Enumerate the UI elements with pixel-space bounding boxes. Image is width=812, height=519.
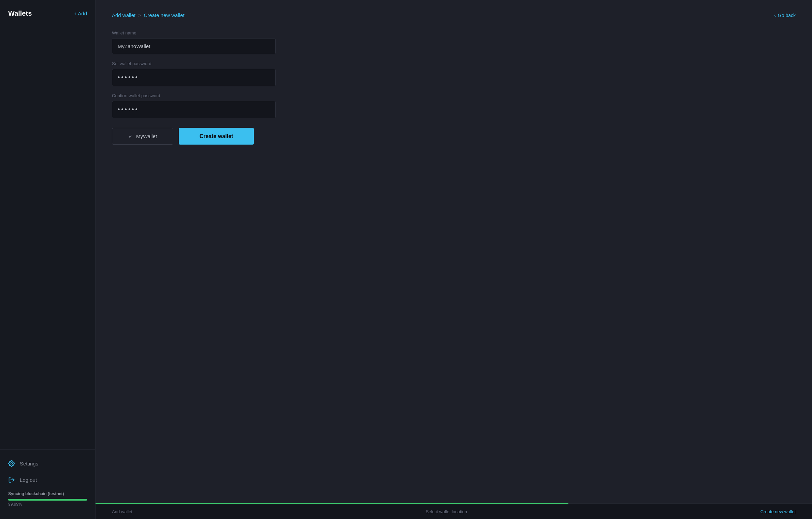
sync-progress-fill bbox=[8, 499, 87, 501]
go-back-button[interactable]: ‹ Go back bbox=[774, 13, 796, 18]
breadcrumb-current: Create new wallet bbox=[144, 12, 184, 18]
settings-label: Settings bbox=[20, 461, 38, 466]
create-wallet-button[interactable]: Create wallet bbox=[179, 128, 254, 145]
breadcrumb-left: Add wallet > Create new wallet bbox=[112, 12, 185, 18]
checkmark-icon: ✓ bbox=[128, 133, 133, 139]
stepper-step-3: Create new wallet bbox=[760, 509, 796, 514]
stepper-step-2: Select wallet location bbox=[426, 509, 467, 514]
mywallet-button[interactable]: ✓ MyWallet bbox=[112, 128, 173, 145]
sync-text: Syncing blockchain (testnet) bbox=[8, 491, 87, 496]
sidebar-body bbox=[0, 26, 95, 449]
wallet-name-input[interactable] bbox=[112, 38, 276, 54]
logout-icon bbox=[8, 476, 15, 483]
mywallet-label: MyWallet bbox=[136, 133, 157, 139]
sync-percent: 99.99% bbox=[8, 502, 87, 507]
breadcrumb: Add wallet > Create new wallet ‹ Go back bbox=[112, 12, 796, 18]
sync-progress-bar bbox=[8, 499, 87, 501]
gear-icon bbox=[8, 460, 15, 467]
create-wallet-form: Wallet name Set wallet password Confirm … bbox=[112, 30, 276, 145]
content-area: Add wallet > Create new wallet ‹ Go back… bbox=[96, 0, 812, 503]
stepper-steps: Add wallet Select wallet location Create… bbox=[96, 504, 812, 519]
svg-point-0 bbox=[11, 463, 13, 464]
stepper-progress-fill bbox=[96, 503, 568, 504]
breadcrumb-separator: > bbox=[138, 13, 141, 18]
sidebar-header: Wallets + Add bbox=[0, 0, 95, 26]
password-input[interactable] bbox=[112, 69, 276, 86]
sidebar-title: Wallets bbox=[8, 10, 32, 17]
add-wallet-button[interactable]: + Add bbox=[74, 11, 87, 16]
sidebar-footer: Settings Log out Syncing blockchain (tes… bbox=[0, 449, 95, 519]
go-back-label: Go back bbox=[778, 13, 796, 18]
stepper-bar: Add wallet Select wallet location Create… bbox=[96, 503, 812, 519]
stepper-step-1: Add wallet bbox=[112, 509, 132, 514]
confirm-password-input[interactable] bbox=[112, 101, 276, 118]
settings-item[interactable]: Settings bbox=[0, 455, 95, 472]
sync-network: (testnet) bbox=[48, 491, 64, 496]
wallet-name-label: Wallet name bbox=[112, 30, 276, 35]
logout-item[interactable]: Log out bbox=[0, 472, 95, 488]
main-content: Add wallet > Create new wallet ‹ Go back… bbox=[96, 0, 812, 519]
confirm-password-label: Confirm wallet password bbox=[112, 93, 276, 98]
logout-label: Log out bbox=[20, 477, 37, 483]
breadcrumb-link[interactable]: Add wallet bbox=[112, 12, 135, 18]
sidebar: Wallets + Add Settings bbox=[0, 0, 96, 519]
form-buttons: ✓ MyWallet Create wallet bbox=[112, 128, 276, 145]
chevron-left-icon: ‹ bbox=[774, 13, 776, 18]
password-label: Set wallet password bbox=[112, 61, 276, 66]
stepper-progress bbox=[96, 503, 812, 504]
sync-section: Syncing blockchain (testnet) 99.99% bbox=[0, 488, 95, 514]
